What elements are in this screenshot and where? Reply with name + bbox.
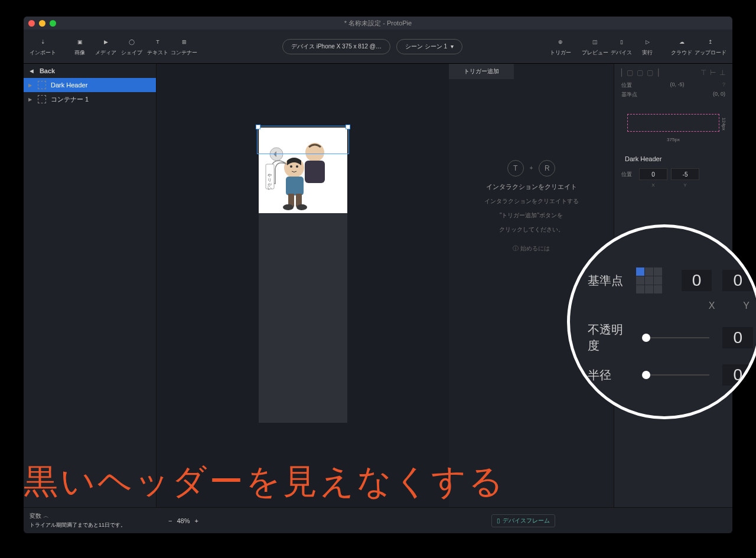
align-middle-icon[interactable]: ⊢ bbox=[710, 68, 716, 77]
minimize-icon[interactable] bbox=[39, 20, 45, 27]
align-left-icon[interactable]: ▏▢ bbox=[621, 68, 633, 77]
svg-point-10 bbox=[296, 204, 307, 210]
preview-button[interactable]: ◫プレビュー bbox=[582, 37, 608, 57]
shape-icon: ◯ bbox=[126, 37, 137, 47]
origin-picker[interactable] bbox=[636, 267, 662, 293]
opacity-slider[interactable] bbox=[642, 337, 709, 338]
phone-icon: ▯ bbox=[616, 37, 627, 47]
expand-icon[interactable]: ▶ bbox=[28, 83, 33, 88]
annotation-caption: 黒いヘッダーを見えなくする bbox=[24, 459, 744, 505]
svg-point-1 bbox=[305, 143, 324, 162]
magnifier-overlay: 基準点 0 0 X Y 不透明度 0 半径 0 bbox=[567, 224, 756, 419]
window-title: * 名称未設定 - ProtoPie bbox=[24, 19, 732, 28]
container-button[interactable]: ⊞コンテナー bbox=[171, 37, 197, 57]
cloud-icon: ☁ bbox=[676, 37, 687, 47]
plus-icon: + bbox=[530, 165, 533, 171]
response-r-icon[interactable]: R bbox=[539, 160, 555, 177]
phone-icon: ▯ bbox=[497, 517, 500, 524]
trigger-heading: インタラクションをクリエイト bbox=[486, 182, 577, 191]
preview-icon: ◫ bbox=[590, 37, 601, 47]
play-icon: ▷ bbox=[642, 37, 653, 47]
chevron-up-icon: ︿ bbox=[43, 513, 49, 519]
plus-box-icon: ⊕ bbox=[555, 37, 566, 47]
align-right-icon[interactable]: ▢▕ bbox=[647, 68, 659, 77]
traffic-lights bbox=[28, 20, 56, 27]
layer-item-dark-header[interactable]: ▶ Dark Header bbox=[24, 78, 156, 92]
info-icon: ⓘ bbox=[513, 245, 519, 252]
device-selector[interactable]: デバイス iPhone X 375 x 812 @… bbox=[282, 39, 390, 54]
svg-point-5 bbox=[296, 165, 298, 168]
back-button[interactable]: ◄ Back bbox=[24, 64, 156, 78]
svg-text:やりがい: やりがい bbox=[267, 170, 272, 190]
trigger-tab[interactable]: トリガー追加 bbox=[449, 64, 514, 79]
size-preview: 124px 375px bbox=[621, 109, 725, 145]
chevron-down-icon: ▾ bbox=[451, 43, 454, 50]
text-icon: T bbox=[152, 37, 163, 47]
zoom-level[interactable]: 48% bbox=[177, 517, 190, 524]
container-icon: ⊞ bbox=[179, 37, 190, 47]
layer-item-container-1[interactable]: ▶ コンテナー 1 bbox=[24, 92, 156, 106]
upload-icon: ↥ bbox=[705, 37, 716, 47]
image-button[interactable]: ▣画像 bbox=[67, 37, 93, 57]
device-button[interactable]: ▯デバイス bbox=[608, 37, 634, 57]
cloud-button[interactable]: ☁クラウド bbox=[669, 37, 695, 57]
maximize-icon[interactable] bbox=[50, 20, 56, 27]
device-frame-toggle[interactable]: ▯ デバイスフレーム bbox=[491, 514, 555, 527]
trigger-button[interactable]: ⊕トリガー bbox=[548, 37, 573, 57]
illustration-icon: やりがい bbox=[259, 128, 347, 213]
expand-icon[interactable]: ▶ bbox=[28, 97, 33, 102]
layers-panel: ◄ Back ▶ Dark Header ▶ コンテナー 1 bbox=[24, 64, 157, 507]
y-input[interactable] bbox=[671, 168, 699, 180]
canvas[interactable]: やりがい bbox=[157, 64, 449, 507]
zoom-out-button[interactable]: − bbox=[168, 517, 172, 524]
scene-selector[interactable]: シーン シーン 1▾ bbox=[396, 39, 462, 54]
svg-point-9 bbox=[283, 204, 294, 210]
origin-x-value[interactable]: 0 bbox=[682, 270, 712, 291]
origin-y-value[interactable]: 0 bbox=[722, 270, 753, 291]
media-icon: ▶ bbox=[100, 37, 111, 47]
svg-point-4 bbox=[290, 165, 292, 168]
text-button[interactable]: Tテキスト bbox=[145, 37, 171, 57]
zoom-in-button[interactable]: + bbox=[194, 517, 198, 524]
x-input[interactable] bbox=[639, 168, 667, 180]
artboard-image[interactable]: やりがい bbox=[259, 128, 347, 213]
radius-slider[interactable] bbox=[642, 374, 709, 376]
image-icon: ▣ bbox=[74, 37, 85, 47]
trigger-t-icon[interactable]: T bbox=[507, 160, 524, 177]
run-button[interactable]: ▷実行 bbox=[634, 37, 660, 57]
close-icon[interactable] bbox=[28, 20, 35, 27]
opacity-value[interactable]: 0 bbox=[722, 327, 753, 348]
trial-notice: トライアル期間満了まであと11日です。 bbox=[30, 521, 151, 529]
align-center-icon[interactable]: ▢ bbox=[637, 68, 643, 77]
media-button[interactable]: ▶メディア bbox=[93, 37, 119, 57]
svg-rect-2 bbox=[305, 161, 325, 183]
align-top-icon[interactable]: ⊤ bbox=[700, 68, 706, 77]
titlebar: * 名称未設定 - ProtoPie bbox=[24, 17, 732, 30]
help-icon[interactable]: ? bbox=[722, 81, 725, 89]
import-button[interactable]: ⇣ インポート bbox=[30, 37, 56, 57]
back-icon: ◄ bbox=[28, 67, 35, 74]
align-bottom-icon[interactable]: ⊥ bbox=[719, 68, 725, 77]
footer: 変数 ︿ トライアル期間満了まであと11日です。 − 48% + ▯ デバイスフ… bbox=[24, 507, 732, 533]
variables-button[interactable]: 変数 ︿ bbox=[30, 512, 151, 520]
radius-value[interactable]: 0 bbox=[722, 364, 753, 386]
artboard[interactable]: やりがい bbox=[259, 128, 347, 423]
toolbar: ⇣ インポート ▣画像 ▶メディア ◯シェイプ Tテキスト ⊞コンテナー デバイ… bbox=[24, 30, 732, 64]
layer-thumb-icon bbox=[38, 95, 46, 103]
shape-button[interactable]: ◯シェイプ bbox=[119, 37, 145, 57]
layer-thumb-icon bbox=[38, 81, 46, 89]
upload-button[interactable]: ↥アップロード bbox=[695, 37, 726, 57]
svg-rect-6 bbox=[286, 177, 304, 195]
download-icon: ⇣ bbox=[38, 37, 48, 47]
